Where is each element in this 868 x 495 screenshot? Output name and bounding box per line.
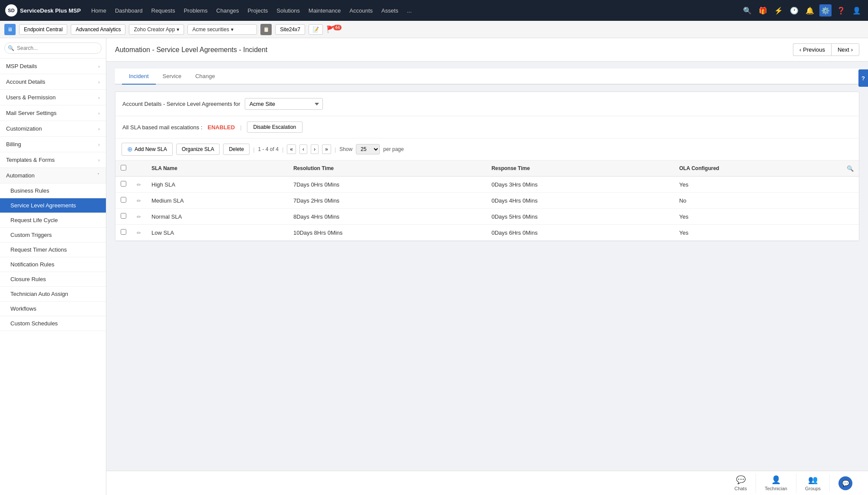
- endpoint-icon: 🖥: [4, 24, 16, 35]
- select-all-header: [115, 161, 132, 177]
- table-row: ✏ Normal SLA 8Days 4Hrs 0Mins 0Days 5Hrs…: [115, 209, 859, 225]
- disable-escalation-button[interactable]: Disable Escalation: [247, 121, 303, 133]
- nav-assets[interactable]: Assets: [378, 6, 402, 16]
- sidebar-item-templates-forms[interactable]: Templates & Forms ›: [0, 152, 106, 168]
- second-toolbar: 🖥 Endpoint Central Advanced Analytics Zo…: [0, 21, 868, 38]
- nav-more[interactable]: ...: [404, 6, 415, 16]
- edit-icon-1[interactable]: ✏: [137, 198, 141, 204]
- chevron-icon: ›: [98, 142, 100, 147]
- help-icon-nav[interactable]: ❓: [835, 4, 847, 16]
- next-page-btn[interactable]: ›: [311, 144, 319, 154]
- delete-button[interactable]: Delete: [223, 144, 250, 155]
- sidebar-item-msp-details[interactable]: MSP Details ›: [0, 59, 106, 74]
- sidebar-sub-technician-auto-assign[interactable]: Technician Auto Assign: [0, 287, 106, 302]
- chevron-icon: ›: [98, 126, 100, 131]
- sidebar-sub-closure-rules[interactable]: Closure Rules: [0, 272, 106, 287]
- sidebar-search-input[interactable]: [4, 43, 102, 54]
- row-checkbox-2[interactable]: [121, 213, 126, 219]
- edit-icon-3[interactable]: ✏: [137, 230, 141, 236]
- nav-buttons: ‹ Previous Next ›: [793, 43, 859, 56]
- search-icon-nav[interactable]: 🔍: [741, 4, 753, 16]
- resolution-0: 7Days 0Hrs 0Mins: [288, 177, 487, 193]
- prev-page-btn[interactable]: ‹: [299, 144, 307, 154]
- edit-icon-0[interactable]: ✏: [137, 182, 141, 188]
- sidebar-sub-notification-rules[interactable]: Notification Rules: [0, 257, 106, 272]
- resolution-3: 10Days 8Hrs 0Mins: [288, 225, 487, 241]
- bolt-icon-nav[interactable]: ⚡: [773, 4, 785, 16]
- sidebar-item-automation[interactable]: Automation ˅: [0, 168, 106, 184]
- analytics-btn[interactable]: Advanced Analytics: [71, 24, 125, 35]
- sidebar-sub-custom-triggers[interactable]: Custom Triggers: [0, 228, 106, 243]
- first-page-btn[interactable]: «: [287, 144, 296, 154]
- history-icon-nav[interactable]: 🕐: [788, 4, 800, 16]
- ola-2: Yes: [674, 209, 842, 225]
- sidebar-sub-custom-schedules[interactable]: Custom Schedules: [0, 316, 106, 331]
- tab-service[interactable]: Service: [156, 69, 188, 85]
- nav-maintenance[interactable]: Maintenance: [305, 6, 344, 16]
- organize-sla-button[interactable]: Organize SLA: [176, 144, 220, 155]
- sidebar-sub-sla[interactable]: Service Level Agreements: [0, 198, 106, 213]
- help-button[interactable]: ?: [858, 69, 868, 87]
- sidebar-sub-business-rules[interactable]: Business Rules: [0, 184, 106, 198]
- chevron-left-icon: ‹: [799, 46, 801, 53]
- account-select[interactable]: Acme Site All Accounts: [245, 98, 323, 110]
- previous-button[interactable]: ‹ Previous: [793, 43, 831, 56]
- chats-button[interactable]: 💬 Chats: [726, 473, 756, 493]
- sidebar-sub-request-timer[interactable]: Request Timer Actions: [0, 243, 106, 257]
- sidebar-item-customization[interactable]: Customization ›: [0, 121, 106, 137]
- account-label: Account Details - Service Level Agreemen…: [122, 101, 240, 107]
- sidebar-item-mail-server[interactable]: Mail Server Settings ›: [0, 105, 106, 121]
- edit-col-header: [132, 161, 146, 177]
- nav-solutions[interactable]: Solutions: [273, 6, 303, 16]
- technician-button[interactable]: 👤 Technician: [756, 473, 796, 493]
- nav-changes[interactable]: Changes: [213, 6, 242, 16]
- main-layout: 🔍 MSP Details › Account Details › Users …: [0, 38, 868, 495]
- content-header: Automation - Service Level Agreements - …: [106, 38, 868, 62]
- select-all-checkbox[interactable]: [121, 165, 126, 170]
- sla-name-3: Low SLA: [146, 225, 288, 241]
- tab-change[interactable]: Change: [188, 69, 222, 85]
- nav-accounts[interactable]: Accounts: [346, 6, 376, 16]
- bell-icon-nav[interactable]: 🔔: [804, 4, 816, 16]
- next-button[interactable]: Next ›: [831, 43, 859, 56]
- gift-icon-nav[interactable]: 🎁: [757, 4, 769, 16]
- row-checkbox-3[interactable]: [121, 229, 126, 235]
- chat-notification-button[interactable]: 💬: [829, 475, 861, 492]
- nav-problems[interactable]: Problems: [180, 6, 211, 16]
- user-icon-nav[interactable]: 👤: [851, 4, 863, 16]
- sidebar-sub-workflows[interactable]: Workflows: [0, 302, 106, 316]
- site24x7-btn[interactable]: Site24x7: [275, 24, 305, 35]
- row-checkbox-1[interactable]: [121, 197, 126, 203]
- sidebar: 🔍 MSP Details › Account Details › Users …: [0, 38, 106, 495]
- creator-app-select[interactable]: Zoho Creator App ▾: [129, 24, 184, 35]
- account-select-toolbar[interactable]: Acme securities ▾: [187, 24, 257, 35]
- tab-incident[interactable]: Incident: [122, 69, 156, 85]
- sidebar-sub-request-lifecycle[interactable]: Request Life Cycle: [0, 213, 106, 228]
- add-new-sla-button[interactable]: ⊕ Add New SLA: [122, 143, 173, 156]
- endpoint-btn[interactable]: Endpoint Central: [19, 24, 67, 35]
- nav-home[interactable]: Home: [88, 6, 110, 16]
- bottom-bar: 💬 Chats 👤 Technician 👥 Groups 💬: [106, 471, 868, 495]
- resolution-2: 8Days 4Hrs 0Mins: [288, 209, 487, 225]
- table-search-icon[interactable]: 🔍: [847, 165, 854, 172]
- nav-requests[interactable]: Requests: [148, 6, 179, 16]
- chevron-icon: ›: [98, 111, 100, 116]
- last-page-btn[interactable]: »: [322, 144, 331, 154]
- notification-area[interactable]: 🚩 44: [326, 25, 342, 33]
- settings-icon-nav[interactable]: ⚙️: [819, 4, 832, 16]
- brand-text: ServiceDesk Plus MSP: [20, 7, 81, 14]
- copy-icon-toolbar[interactable]: 📋: [260, 24, 272, 35]
- ola-configured-header: OLA Configured: [674, 161, 842, 177]
- sidebar-item-users-permission[interactable]: Users & Permission ›: [0, 90, 106, 105]
- sidebar-item-account-details[interactable]: Account Details ›: [0, 74, 106, 90]
- show-label: Show: [339, 146, 352, 152]
- nav-projects[interactable]: Projects: [244, 6, 271, 16]
- row-checkbox-0[interactable]: [121, 181, 126, 187]
- per-page-select[interactable]: 10 25 50 100: [356, 144, 380, 154]
- notes-icon-toolbar[interactable]: 📝: [309, 24, 323, 35]
- edit-icon-2[interactable]: ✏: [137, 214, 141, 220]
- sidebar-item-billing[interactable]: Billing ›: [0, 137, 106, 152]
- nav-dashboard[interactable]: Dashboard: [112, 6, 146, 16]
- groups-button[interactable]: 👥 Groups: [796, 473, 829, 493]
- sidebar-search-box: 🔍: [0, 38, 106, 59]
